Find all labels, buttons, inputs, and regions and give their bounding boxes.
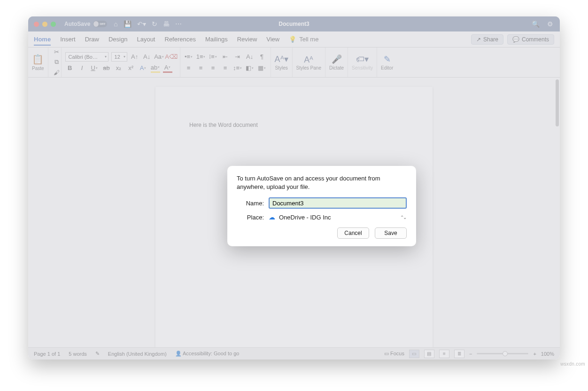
shrink-font-icon[interactable]: A↓ [142, 52, 152, 62]
bulb-icon: 💡 [289, 36, 296, 43]
italic-icon[interactable]: I [77, 63, 87, 73]
zoom-window-button[interactable] [51, 22, 56, 27]
quick-access-toolbar: ⌂ 💾 ↶▾ ↻ 🖶 ⋯ [114, 20, 181, 28]
home-icon[interactable]: ⌂ [114, 20, 117, 28]
zoom-slider[interactable] [477, 353, 528, 354]
copy-icon[interactable]: ⧉ [52, 58, 62, 66]
print-icon[interactable]: 🖶 [163, 20, 170, 28]
comment-icon: 💬 [512, 36, 519, 43]
format-painter-icon[interactable]: 🖌 [52, 69, 62, 77]
line-spacing-icon[interactable]: ↕≡ [233, 63, 242, 73]
sensitivity-icon: 🏷▾ [356, 54, 369, 64]
autosave-label: AutoSave [64, 21, 90, 27]
tab-review[interactable]: Review [237, 36, 257, 43]
borders-icon[interactable]: ▦ [257, 63, 267, 73]
numbering-icon[interactable]: 1≡ [196, 52, 206, 62]
strike-icon[interactable]: ab [102, 63, 111, 73]
superscript-icon[interactable]: x² [126, 63, 136, 73]
cloud-icon: ☁ [269, 213, 275, 221]
clear-format-icon[interactable]: A⌫ [167, 52, 176, 62]
view-print-layout[interactable]: ▭ [409, 350, 419, 358]
outdent-icon[interactable]: ⇤ [221, 52, 230, 62]
ribbon: 📋 Paste ✂ ⧉ 🖌 Calibri (Bo… 12 A↑ A↓ Aa A… [28, 47, 560, 78]
close-window-button[interactable] [34, 22, 39, 27]
shading-icon[interactable]: ◧ [245, 63, 255, 73]
tab-mailings[interactable]: Mailings [205, 36, 228, 43]
cancel-button[interactable]: Cancel [337, 227, 369, 239]
dialog-message: To turn AutoSave on and access your docu… [237, 174, 407, 191]
document-title: Document3 [28, 21, 560, 27]
autosave-upload-dialog: To turn AutoSave on and access your docu… [227, 166, 416, 246]
bullets-icon[interactable]: •≡ [184, 52, 193, 62]
comments-button[interactable]: 💬 Comments [507, 34, 554, 45]
focus-mode[interactable]: ▭ Focus [384, 351, 404, 357]
tab-design[interactable]: Design [108, 36, 127, 43]
tab-insert[interactable]: Insert [60, 36, 76, 43]
view-outline[interactable]: ≡ [439, 350, 449, 358]
tab-draw[interactable]: Draw [85, 36, 99, 43]
view-draft[interactable]: ≣ [454, 350, 464, 358]
sort-icon[interactable]: A↓ [245, 52, 255, 62]
grow-font-icon[interactable]: A↑ [130, 52, 139, 62]
search-icon[interactable]: 🔍 [532, 20, 540, 28]
more-icon[interactable]: ⋯ [175, 20, 182, 28]
share-button[interactable]: ↗ Share [471, 34, 503, 45]
align-center-icon[interactable]: ≡ [196, 63, 206, 73]
window-controls [34, 22, 56, 27]
status-page[interactable]: Page 1 of 1 [34, 351, 60, 357]
cut-icon[interactable]: ✂ [52, 47, 62, 56]
share-icon: ↗ [476, 36, 481, 43]
vertical-scrollbar[interactable] [556, 79, 559, 126]
tab-layout[interactable]: Layout [137, 36, 155, 43]
bold-icon[interactable]: B [65, 63, 75, 73]
tab-view[interactable]: View [266, 36, 279, 43]
spellcheck-icon[interactable]: ✎ [95, 351, 100, 357]
settings-icon[interactable]: ⚙ [547, 20, 553, 28]
autosave-switch[interactable]: OFF [93, 21, 107, 27]
styles-icon: Aᴬ▾ [275, 54, 288, 64]
align-right-icon[interactable]: ≡ [209, 63, 218, 73]
multilevel-icon[interactable]: ⁞≡ [209, 52, 218, 62]
save-button[interactable]: Save [375, 227, 407, 239]
zoom-in-icon[interactable]: + [533, 351, 536, 357]
zoom-level[interactable]: 100% [541, 351, 554, 357]
tab-home[interactable]: Home [34, 36, 51, 46]
view-web-layout[interactable]: ▤ [424, 350, 434, 358]
dictate-button[interactable]: 🎤 Dictate [325, 47, 348, 77]
justify-icon[interactable]: ≡ [221, 63, 230, 73]
place-value: OneDrive - IDG Inc [279, 214, 331, 221]
save-icon[interactable]: 💾 [124, 20, 132, 28]
tell-me[interactable]: 💡 Tell me [289, 36, 318, 43]
font-size-select[interactable]: 12 [111, 52, 127, 62]
word-window: AutoSave OFF ⌂ 💾 ↶▾ ↻ 🖶 ⋯ Document3 🔍 ⚙ [28, 16, 560, 360]
status-accessibility[interactable]: 👤 Accessibility: Good to go [175, 351, 240, 357]
change-case-icon[interactable]: Aa [155, 52, 164, 62]
redo-icon[interactable]: ↻ [152, 20, 157, 28]
pilcrow-icon[interactable]: ¶ [257, 52, 267, 62]
highlight-icon[interactable]: ab [151, 63, 160, 73]
font-name-select[interactable]: Calibri (Bo… [65, 52, 108, 62]
mic-icon: 🎤 [332, 54, 342, 64]
underline-icon[interactable]: U [90, 63, 99, 73]
align-left-icon[interactable]: ≡ [184, 63, 193, 73]
chevron-updown-icon: ⌃⌄ [400, 215, 406, 220]
autosave-toggle[interactable]: AutoSave OFF [64, 21, 107, 27]
sensitivity-button[interactable]: 🏷▾ Sensitivity [348, 47, 377, 77]
paste-button[interactable]: 📋 Paste [28, 47, 48, 77]
minimize-window-button[interactable] [42, 22, 47, 27]
tab-references[interactable]: References [165, 36, 196, 43]
indent-icon[interactable]: ⇥ [233, 52, 242, 62]
styles-pane-button[interactable]: Aᴬ Styles Pane [293, 47, 325, 77]
styles-button[interactable]: Aᴬ▾ Styles [271, 47, 293, 77]
name-input[interactable] [269, 197, 407, 209]
editor-button[interactable]: ✎ Editor [377, 47, 397, 77]
font-color-icon[interactable]: A [163, 63, 172, 73]
tell-me-label: Tell me [299, 36, 318, 43]
undo-icon[interactable]: ↶▾ [137, 20, 146, 28]
status-language[interactable]: English (United Kingdom) [108, 351, 167, 357]
text-effects-icon[interactable]: A [139, 63, 148, 73]
status-words[interactable]: 5 words [69, 351, 87, 357]
zoom-out-icon[interactable]: − [469, 351, 472, 357]
place-select[interactable]: ☁ OneDrive - IDG Inc ⌃⌄ [269, 213, 407, 221]
subscript-icon[interactable]: x₂ [114, 63, 124, 73]
